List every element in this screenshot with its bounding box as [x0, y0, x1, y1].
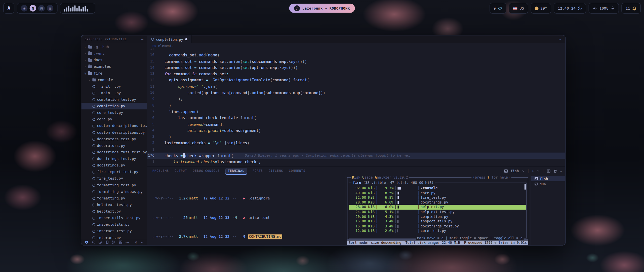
panel-tab[interactable]: TERMINAL: [225, 168, 247, 174]
tree-item[interactable]: completion.py: [81, 103, 147, 109]
dua-row[interactable]: 28.00 KiB │ 6.0% │ │ docstrings.py: [349, 200, 526, 205]
dua-row[interactable]: 20.00 KiB │ 4.3% │ │ completion.py: [349, 215, 526, 219]
dua-app-title: Disk Usage Analyzer v2.29.2: [351, 175, 409, 179]
tree-item[interactable]: completion_test.py: [81, 96, 147, 103]
tree-item[interactable]: custom_descriptions.py: [81, 129, 147, 136]
tree-item[interactable]: decorators_test.py: [81, 136, 147, 142]
tree-item-label: custom_descriptions_test.py: [97, 124, 147, 128]
extensions-grid-icon[interactable]: [119, 240, 123, 244]
tree-item[interactable]: core.py: [81, 116, 147, 122]
history-icon[interactable]: [98, 240, 102, 244]
dua-row[interactable]: 16.00 KiB │ 3.4% │ │ docstrings_test.py: [349, 224, 526, 229]
panel-tab[interactable]: COMMENTS: [289, 169, 305, 173]
tree-item[interactable]: › .github: [81, 44, 147, 50]
tree-item[interactable]: helptext_test.py: [81, 201, 147, 208]
dua-row[interactable]: 32.00 KiB │ 6.8% │ │ fire_test.py: [349, 195, 526, 200]
chevron-down-icon[interactable]: [140, 240, 144, 244]
tree-item[interactable]: docstrings_test.py: [81, 155, 147, 162]
dua-row[interactable]: 92.00 KiB │ 19.7% │ │ /console: [349, 186, 526, 191]
terminal-fish[interactable]: .rw-r--r-- 1.2k matt 12 Aug 12:32 -- ◆ .…: [147, 175, 345, 245]
tree-item[interactable]: fire_test.py: [81, 175, 147, 182]
audio-widget[interactable]: 100%: [589, 3, 619, 13]
explorer-more-icon[interactable]: ⋯: [141, 37, 144, 41]
tree-item[interactable]: › examples: [81, 63, 147, 70]
tree-item[interactable]: __init__.py: [81, 83, 147, 90]
dua-row[interactable]: 24.00 KiB │ 5.1% │ │ helptext_test.py: [349, 210, 526, 215]
tree-item[interactable]: formatting.py: [81, 195, 147, 201]
panel-tab[interactable]: DEBUG CONSOLE: [193, 169, 220, 173]
dua-scrollbar[interactable]: [525, 184, 526, 190]
panel-tab[interactable]: PROBLEMS: [152, 169, 169, 173]
search-icon[interactable]: [91, 240, 95, 244]
breadcrumb[interactable]: no elements: [147, 43, 565, 48]
usage-bar: [397, 219, 416, 224]
file-icon: [88, 52, 92, 55]
tree-item[interactable]: formatting_windows.py: [81, 188, 147, 195]
app-icon[interactable]: N: [30, 5, 36, 12]
dua-row[interactable]: 16.00 KiB │ 3.4% │ │ inspectutils.py: [349, 219, 526, 224]
tree-item[interactable]: custom_descriptions_test.py: [81, 123, 147, 129]
trash-icon[interactable]: [553, 169, 557, 173]
chevron-down-icon[interactable]: [521, 169, 525, 173]
tree-item[interactable]: › .venv: [81, 50, 147, 57]
tree-item[interactable]: inspectutils.py: [81, 221, 147, 228]
panel-tab[interactable]: PORTS: [253, 169, 263, 173]
footer-more-icon[interactable]: ⋯: [126, 238, 130, 246]
usage-bar: [397, 186, 416, 191]
terminal-dua[interactable]: Disk Usage Analyzer v2.29.2 (press ? for…: [345, 175, 531, 245]
tree-item[interactable]: › docs: [81, 57, 147, 63]
panel-tab[interactable]: OUTPUT: [175, 169, 187, 173]
new-terminal-button[interactable]: +: [532, 169, 534, 173]
tree-item[interactable]: interact_test.py: [81, 228, 147, 234]
panel-tab[interactable]: GITLENS: [269, 169, 283, 173]
tree-item-label: .venv: [94, 51, 104, 55]
usage-bar: [397, 229, 416, 233]
tree-item[interactable]: interact.py: [81, 234, 147, 240]
keyboard-layout-widget[interactable]: US: [509, 3, 528, 13]
tree-item[interactable]: docstrings_fuzz_test.py: [81, 149, 147, 155]
notifications-widget[interactable]: 11: [621, 3, 640, 13]
window-header: EXPLORER: PYTHON-FIRE ⋯ completion.py ⋯: [81, 35, 565, 43]
git-branch-icon[interactable]: [112, 240, 116, 244]
dua-row[interactable]: 40.00 KiB │ 8.5% │ │ core.py: [349, 191, 526, 195]
file-icon: [92, 105, 95, 108]
split-terminal-icon[interactable]: [547, 169, 551, 173]
panel-more-icon[interactable]: ⋯: [560, 169, 562, 173]
terminal-session[interactable]: dua: [531, 181, 565, 187]
tree-item[interactable]: › console: [81, 77, 147, 83]
visualizer-bar: [76, 8, 78, 11]
remote-indicator-icon[interactable]: [85, 240, 89, 244]
dua-row[interactable]: 28.00 KiB │ 6.0% │ │ helptext.py: [349, 205, 526, 210]
terminal-session[interactable]: fish: [531, 176, 565, 181]
weather-widget[interactable]: 29°: [531, 3, 551, 13]
launcher-button[interactable]: A: [3, 3, 14, 13]
code-line: 9 ),: [147, 96, 565, 102]
git-blame-annotation: David Bieber, 5 years ago • Completion e…: [245, 153, 410, 159]
tree-item[interactable]: helptext.py: [81, 208, 147, 215]
tree-item[interactable]: ∨ fire: [81, 70, 147, 77]
gear-icon[interactable]: ⚙: [135, 240, 137, 244]
app-icon[interactable]: ▤: [38, 5, 45, 12]
dua-row[interactable]: 12.00 KiB │ 2.6% │ │ core_test.py: [349, 229, 526, 233]
tree-item-label: formatting.py: [97, 196, 125, 200]
tree-item[interactable]: formatting_test.py: [81, 182, 147, 188]
app-icon[interactable]: ◉: [21, 5, 28, 12]
tab-completion-py[interactable]: completion.py: [147, 35, 191, 43]
tree-item[interactable]: decorators.py: [81, 142, 147, 149]
visualizer-bar: [68, 6, 69, 12]
editor-actions-more-icon[interactable]: ⋯: [559, 37, 565, 41]
media-widget[interactable]: ♪ Lazerpunk - ROBOPHONK: [289, 4, 355, 13]
app-icon[interactable]: ▥: [47, 5, 54, 12]
code-editor[interactable]: 17 """ 16 commands_set.add(name): [147, 49, 565, 167]
tree-item[interactable]: inspectutils_test.py: [81, 215, 147, 221]
book-icon[interactable]: [105, 240, 109, 244]
clock-widget[interactable]: 12:40:24: [554, 3, 586, 13]
updates-widget[interactable]: 9: [489, 3, 506, 13]
tree-item[interactable]: docstrings.py: [81, 162, 147, 168]
terminal-profile-label[interactable]: fish: [510, 169, 519, 173]
tree-item[interactable]: __main__.py: [81, 90, 147, 96]
chevron-icon: ›: [84, 58, 87, 62]
tree-item[interactable]: core_test.py: [81, 109, 147, 116]
chevron-down-icon[interactable]: [536, 169, 540, 173]
tree-item[interactable]: fire_import_test.py: [81, 168, 147, 175]
